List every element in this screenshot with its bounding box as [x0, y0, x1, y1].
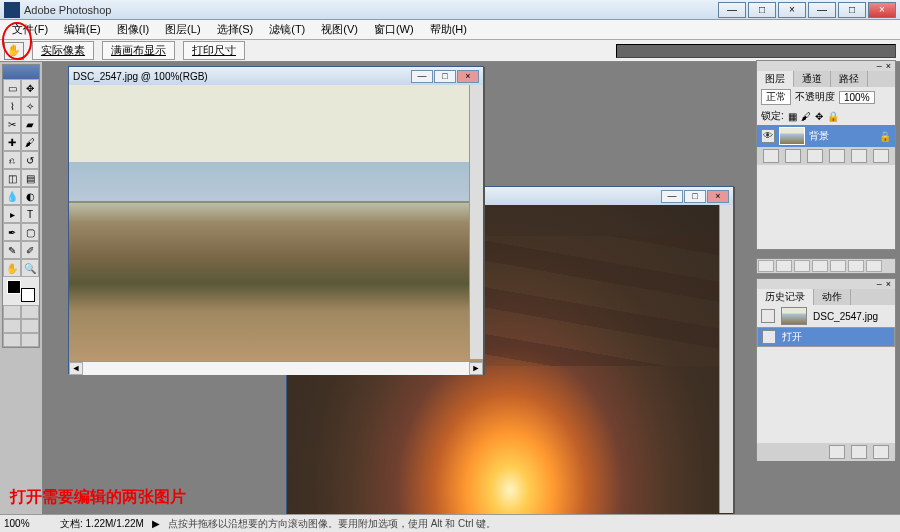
color-swatch[interactable] — [3, 277, 39, 305]
new-snapshot-button[interactable] — [851, 445, 867, 459]
path-tool[interactable]: ▸ — [3, 205, 21, 223]
history-brush-source-icon[interactable] — [761, 309, 775, 323]
panel-close-icon[interactable]: × — [886, 279, 891, 289]
inner-minimize-button[interactable]: — — [718, 2, 746, 18]
tab-paths[interactable]: 路径 — [831, 71, 868, 87]
opacity-input[interactable]: 100% — [839, 91, 875, 104]
menu-edit[interactable]: 编辑(E) — [56, 20, 109, 39]
dock-icon[interactable] — [794, 260, 810, 272]
menu-window[interactable]: 窗口(W) — [366, 20, 422, 39]
document-window-1[interactable]: DSC_2547.jpg @ 100%(RGB) — □ × ◄ ► — [68, 66, 484, 374]
layer-thumbnail[interactable] — [779, 127, 805, 145]
doc1-canvas[interactable] — [69, 85, 483, 361]
move-tool[interactable]: ✥ — [21, 79, 39, 97]
menu-select[interactable]: 选择(S) — [209, 20, 262, 39]
inner-close-button[interactable]: × — [778, 2, 806, 18]
blend-mode-select[interactable]: 正常 — [761, 89, 791, 105]
fit-on-screen-button[interactable]: 满画布显示 — [102, 41, 175, 60]
scroll-right-icon[interactable]: ► — [469, 362, 483, 375]
blur-tool[interactable]: 💧 — [3, 187, 21, 205]
status-menu-icon[interactable]: ▶ — [150, 518, 162, 529]
print-size-button[interactable]: 打印尺寸 — [183, 41, 245, 60]
doc2-maximize[interactable]: □ — [684, 190, 706, 203]
tab-actions[interactable]: 动作 — [814, 289, 851, 305]
eyedropper-tool[interactable]: ✐ — [21, 241, 39, 259]
history-step-open[interactable]: 打开 — [757, 327, 895, 347]
tab-history[interactable]: 历史记录 — [757, 289, 814, 305]
history-snapshot[interactable]: DSC_2547.jpg — [757, 305, 895, 327]
doc2-vscroll[interactable] — [719, 205, 733, 513]
dock-icon[interactable] — [812, 260, 828, 272]
doc1-minimize[interactable]: — — [411, 70, 433, 83]
menu-filter[interactable]: 滤镜(T) — [261, 20, 313, 39]
brush-tool[interactable]: 🖌 — [21, 133, 39, 151]
close-button[interactable]: × — [868, 2, 896, 18]
layer-row-background[interactable]: 👁 背景 🔒 — [757, 125, 895, 147]
background-color[interactable] — [21, 288, 35, 302]
actual-pixels-button[interactable]: 实际像素 — [32, 41, 94, 60]
panel-minimize-icon[interactable]: – — [877, 279, 882, 289]
zoom-tool[interactable]: 🔍 — [21, 259, 39, 277]
lock-position-icon[interactable]: ✥ — [815, 111, 823, 122]
dock-icon[interactable] — [848, 260, 864, 272]
notes-tool[interactable]: ✎ — [3, 241, 21, 259]
screen-full[interactable] — [3, 333, 21, 347]
adjustment-layer-button[interactable] — [829, 149, 845, 163]
history-brush-tool[interactable]: ↺ — [21, 151, 39, 169]
doc1-maximize[interactable]: □ — [434, 70, 456, 83]
menu-help[interactable]: 帮助(H) — [422, 20, 475, 39]
screen-full-menubar[interactable] — [21, 319, 39, 333]
wand-tool[interactable]: ✧ — [21, 97, 39, 115]
pen-tool[interactable]: ✒ — [3, 223, 21, 241]
lock-transparent-icon[interactable]: ▦ — [788, 111, 797, 122]
gradient-tool[interactable]: ▤ — [21, 169, 39, 187]
inner-restore-button[interactable]: □ — [748, 2, 776, 18]
toolbox-header[interactable] — [3, 65, 39, 79]
menu-view[interactable]: 视图(V) — [313, 20, 366, 39]
panel-close-icon[interactable]: × — [886, 61, 891, 71]
shape-tool[interactable]: ▢ — [21, 223, 39, 241]
doc2-minimize[interactable]: — — [661, 190, 683, 203]
menu-file[interactable]: 文件(F) — [4, 20, 56, 39]
minimized-panel-dock[interactable] — [756, 258, 896, 274]
doc1-close[interactable]: × — [457, 70, 479, 83]
delete-layer-button[interactable] — [873, 149, 889, 163]
edit-quickmask-mode[interactable] — [21, 305, 39, 319]
menu-image[interactable]: 图像(I) — [109, 20, 157, 39]
doc1-titlebar[interactable]: DSC_2547.jpg @ 100%(RGB) — □ × — [69, 67, 483, 85]
marquee-tool[interactable]: ▭ — [3, 79, 21, 97]
zoom-level[interactable]: 100% — [4, 518, 54, 529]
slice-tool[interactable]: ▰ — [21, 115, 39, 133]
dock-icon[interactable] — [758, 260, 774, 272]
new-layer-button[interactable] — [851, 149, 867, 163]
doc-info[interactable]: 文档: 1.22M/1.22M — [60, 517, 144, 531]
crop-tool[interactable]: ✂ — [3, 115, 21, 133]
doc1-vscroll[interactable] — [469, 85, 483, 359]
heal-tool[interactable]: ✚ — [3, 133, 21, 151]
visibility-icon[interactable]: 👁 — [761, 129, 775, 143]
lock-all-icon[interactable]: 🔒 — [827, 111, 839, 122]
doc2-close[interactable]: × — [707, 190, 729, 203]
doc1-hscroll[interactable]: ◄ ► — [69, 361, 483, 375]
stamp-tool[interactable]: ⎌ — [3, 151, 21, 169]
lock-image-icon[interactable]: 🖌 — [801, 111, 811, 122]
hand-tool[interactable]: ✋ — [3, 259, 21, 277]
dodge-tool[interactable]: ◐ — [21, 187, 39, 205]
menu-layer[interactable]: 图层(L) — [157, 20, 208, 39]
type-tool[interactable]: T — [21, 205, 39, 223]
screen-standard[interactable] — [3, 319, 21, 333]
lasso-tool[interactable]: ⌇ — [3, 97, 21, 115]
panel-minimize-icon[interactable]: – — [877, 61, 882, 71]
palette-well[interactable] — [616, 44, 896, 58]
new-doc-from-state-button[interactable] — [829, 445, 845, 459]
layer-mask-button[interactable] — [785, 149, 801, 163]
tab-channels[interactable]: 通道 — [794, 71, 831, 87]
eraser-tool[interactable]: ◫ — [3, 169, 21, 187]
new-set-button[interactable] — [807, 149, 823, 163]
minimize-button[interactable]: — — [808, 2, 836, 18]
jump-to-imageready[interactable] — [21, 333, 39, 347]
dock-icon[interactable] — [776, 260, 792, 272]
edit-standard-mode[interactable] — [3, 305, 21, 319]
dock-icon[interactable] — [866, 260, 882, 272]
tab-layers[interactable]: 图层 — [757, 71, 794, 87]
